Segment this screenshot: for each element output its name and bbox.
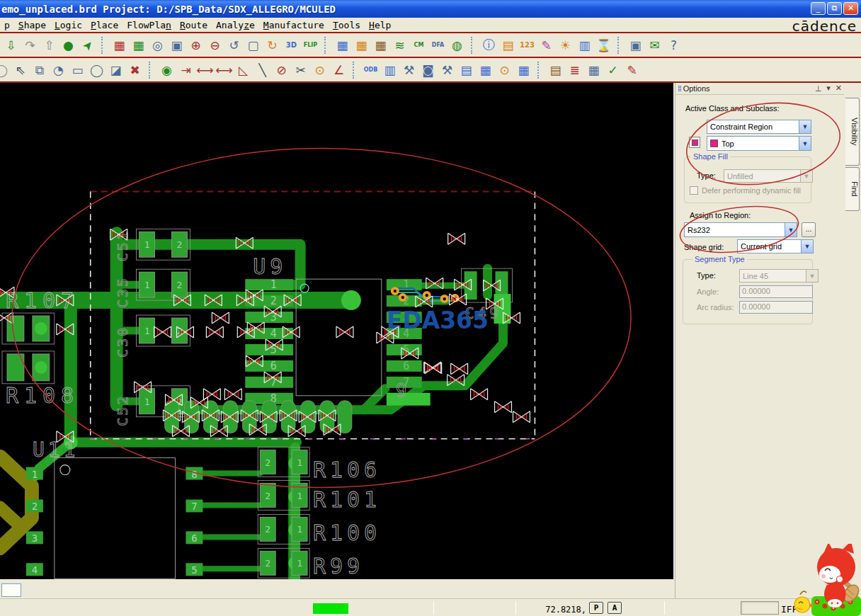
redo-icon[interactable]: ↷ [21,35,40,55]
chevron-down-icon[interactable]: ▼ [785,223,797,236]
dim-linear-icon[interactable]: ⟷ [195,60,215,79]
chevron-down-icon[interactable]: ▾ [826,84,831,93]
view-3d-icon[interactable]: 3D [282,35,301,55]
ncdrill-icon[interactable]: ▦ [476,60,495,79]
user-guide-icon[interactable]: ≣ [565,60,584,79]
close-panel-icon[interactable]: ✕ [836,84,842,93]
pcb-design-canvas[interactable]: C51 C35 C30 C52 12 12 12 12 [0,83,675,579]
color-edit-icon[interactable]: ✎ [537,35,556,55]
chevron-down-icon[interactable]: ▼ [801,240,813,253]
waive-drc-icon[interactable]: ⌛ [594,35,613,55]
circle-void-icon[interactable]: ⊘ [272,60,291,79]
stylus-icon[interactable]: ✎ [622,60,642,79]
web-publish-icon[interactable]: ◍ [447,35,467,55]
report-list-icon[interactable]: ▤ [457,60,476,79]
status-progress-block[interactable] [313,603,348,614]
close-button[interactable]: ✕ [843,2,858,15]
padstack-icon[interactable]: ◉ [157,60,176,79]
pushpin-icon[interactable]: ➤ [74,31,101,58]
undo-icon[interactable]: ↻ [263,35,282,55]
file-export-icon[interactable]: ⇧ [40,35,59,55]
chevron-down-icon[interactable]: ▼ [799,137,811,150]
menu-item-route[interactable]: Route [176,18,212,32]
assign-region-dropdown[interactable]: Rs232 ▼ [684,222,797,237]
shape-circle-icon[interactable]: ◯ [87,60,106,79]
class-dropdown[interactable]: Constraint Region ▼ [707,120,811,134]
component-props-icon[interactable]: ▤ [498,35,518,55]
layer-wrench-icon[interactable]: ⚒ [399,60,418,79]
menu-item-analyze[interactable]: Analyze [212,18,259,32]
tasklist-icon[interactable]: ✓ [603,60,622,79]
copy-views-icon[interactable]: ▣ [626,35,645,55]
array-place-icon[interactable]: ▦ [514,60,533,79]
help-icon[interactable]: ? [664,35,683,55]
dfa-check-icon[interactable]: DFA [428,35,447,55]
subclass-dropdown[interactable]: Top ▼ [707,136,811,151]
toolbar-separator [617,37,623,54]
menu-item-logic[interactable]: Logic [50,18,86,32]
menu-item-tools[interactable]: Tools [329,18,365,32]
browse-regions-button[interactable]: ... [802,222,816,237]
scissors-icon[interactable]: ✂ [291,60,310,79]
shape-arc-icon[interactable]: ◔ [49,60,68,79]
pin-spacing-icon[interactable]: ⇥ [176,60,195,79]
zoom-selection-icon[interactable]: ▢ [244,35,263,55]
color192-icon[interactable]: ▦ [352,35,371,55]
cm-view-icon[interactable]: CM [409,35,428,55]
dim-angle-icon[interactable]: ◺ [234,60,253,79]
odb-export-icon[interactable]: ODB [361,60,380,79]
measure-icon[interactable]: 123 [518,35,537,55]
mail-icon[interactable]: ✉ [645,35,664,55]
swap-components-icon[interactable]: ▦ [371,35,390,55]
file-import-icon[interactable]: ⇩ [1,35,21,55]
zoom-previous-icon[interactable]: ↺ [224,35,244,55]
testprep-icon[interactable]: ⊙ [495,60,514,79]
options-panel-header[interactable]: ⁞⁞ Options ⊤ ▾ ✕ [675,83,845,95]
pin-icon[interactable]: ⊤ [815,84,822,93]
unrats-all-icon[interactable]: ▦ [129,35,148,55]
info-icon[interactable]: ⓘ [479,35,498,55]
tab-find[interactable]: Find [845,167,860,211]
shape-grid-dropdown[interactable]: Current grid ▼ [737,239,814,253]
stack-up-icon[interactable]: ≋ [390,35,409,55]
probe-icon[interactable]: ⊙ [310,60,329,79]
angle-check-icon[interactable]: ∠ [329,60,348,79]
tab-visibility[interactable]: Visibility [845,98,860,166]
minimize-button[interactable]: _ [811,2,826,15]
delete-icon[interactable]: ✖ [125,60,144,79]
menu-item-place[interactable]: Place [86,18,122,32]
copy-shapes-icon[interactable]: ⧉ [30,60,49,79]
cross-section-icon[interactable]: ▥ [575,35,594,55]
flip-design-icon[interactable]: FLIP [301,35,320,55]
xsection2-icon[interactable]: ▥ [380,60,399,79]
menu-item-manufacture[interactable]: Manufacture [259,18,329,32]
application-mode-button[interactable]: A [608,602,622,614]
menu-item-flowplan[interactable]: FlowPlan [122,18,176,32]
redraw-icon[interactable]: ▦ [110,35,129,55]
select-tool-icon[interactable]: ⇖ [11,60,30,79]
toolbox-icon[interactable]: ▦ [584,60,603,79]
highlight-icon[interactable]: ☀ [556,35,575,55]
pick-mode-button[interactable]: P [589,602,603,614]
menu-item-shape[interactable]: Shape [14,18,50,32]
annotation-ellipse-canvas [12,149,631,488]
grid-toggle-icon[interactable]: ▦ [333,35,352,55]
subclass-color-button[interactable] [689,137,700,148]
prev-shape-icon[interactable]: ◯ [0,60,11,79]
zoom-fit-icon[interactable]: ▣ [167,35,186,55]
shape-rect-icon[interactable]: ▭ [68,60,87,79]
shape-shaded-icon[interactable]: ◪ [106,60,125,79]
menu-item-help[interactable]: Help [365,18,395,32]
chevron-down-icon[interactable]: ▼ [799,120,811,133]
notes-icon[interactable]: ▤ [546,60,565,79]
snapshot-icon[interactable]: ◙ [418,60,438,79]
dim-leader-icon[interactable]: ⟷ [215,60,234,79]
zoom-out-icon[interactable]: ⊖ [205,35,224,55]
zoom-in-icon[interactable]: ⊕ [186,35,205,55]
menu-item-fragment[interactable]: p [0,18,14,32]
restore-button[interactable]: ⧉ [827,2,842,15]
chamfer-icon[interactable]: ╲ [253,60,272,79]
swap-refs-icon[interactable]: ⚒ [438,60,457,79]
command-mini-box[interactable] [1,583,21,597]
zoom-points-icon[interactable]: ◎ [148,35,167,55]
